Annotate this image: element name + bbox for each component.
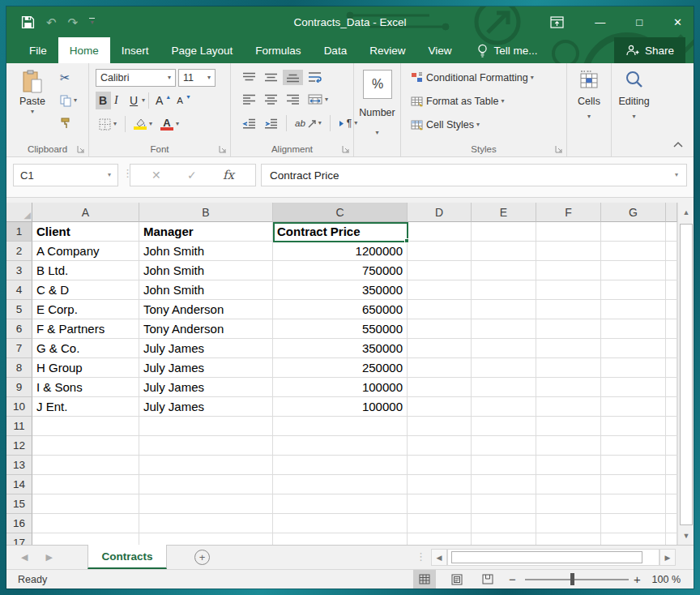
- cell[interactable]: John Smith: [139, 280, 273, 300]
- cell[interactable]: [408, 242, 472, 261]
- cell[interactable]: [666, 339, 677, 358]
- styles-item-conditional-formatting[interactable]: Conditional Formatting▾: [408, 68, 537, 88]
- cell[interactable]: [536, 358, 601, 378]
- cell[interactable]: 550000: [273, 319, 408, 339]
- cell[interactable]: [408, 339, 472, 358]
- cell[interactable]: [536, 533, 601, 545]
- cell[interactable]: [601, 339, 666, 358]
- cell[interactable]: [408, 378, 472, 397]
- cell[interactable]: [472, 514, 536, 533]
- cell[interactable]: [666, 378, 677, 397]
- italic-button[interactable]: I: [111, 92, 126, 109]
- cell[interactable]: [601, 436, 666, 456]
- format-painter-button[interactable]: [57, 115, 80, 131]
- cell[interactable]: 100000: [273, 378, 408, 397]
- cell[interactable]: [536, 222, 601, 242]
- close-button[interactable]: ✕: [673, 17, 682, 28]
- cell[interactable]: [472, 533, 536, 545]
- align-right-button[interactable]: [283, 92, 303, 107]
- scroll-down-icon[interactable]: ▼: [678, 528, 694, 544]
- cell[interactable]: [666, 358, 677, 378]
- font-size-combo[interactable]: 11 ▾: [178, 69, 216, 87]
- cell[interactable]: [601, 475, 666, 494]
- page-layout-view-button[interactable]: [446, 570, 468, 589]
- fill-color-button[interactable]: ▾: [130, 116, 156, 132]
- cell[interactable]: [536, 339, 601, 358]
- cell[interactable]: [536, 397, 601, 417]
- vertical-scrollbar[interactable]: ▲ ▼: [677, 203, 694, 545]
- clipboard-dialog-launcher-icon[interactable]: [77, 145, 85, 153]
- shrink-font-button[interactable]: A▼: [173, 93, 194, 108]
- tab-data[interactable]: Data: [313, 37, 359, 63]
- align-center-button[interactable]: [261, 92, 281, 107]
- cell[interactable]: 350000: [273, 280, 408, 300]
- cell[interactable]: [666, 475, 677, 494]
- row-header-10[interactable]: 10: [6, 397, 32, 417]
- tab-review[interactable]: Review: [358, 37, 416, 63]
- share-button[interactable]: Share: [614, 37, 685, 63]
- cell[interactable]: [536, 261, 601, 280]
- underline-dropdown-icon[interactable]: ▾: [142, 97, 145, 104]
- cell[interactable]: [472, 397, 536, 417]
- tab-bar-grip[interactable]: ⋮: [416, 550, 426, 563]
- font-dialog-launcher-icon[interactable]: [219, 145, 227, 153]
- expand-formula-bar-icon[interactable]: ▾: [675, 172, 678, 178]
- underline-button[interactable]: U: [126, 92, 142, 109]
- cell[interactable]: John Smith: [139, 242, 273, 261]
- cell[interactable]: [273, 514, 408, 533]
- cell[interactable]: A Company: [32, 242, 139, 261]
- cell[interactable]: [536, 475, 601, 494]
- cell[interactable]: [536, 300, 601, 319]
- row-header-13[interactable]: 13: [6, 456, 32, 475]
- cell[interactable]: [408, 358, 472, 378]
- cell[interactable]: [139, 456, 273, 475]
- grow-font-button[interactable]: A▲: [152, 92, 173, 109]
- cell[interactable]: C & D: [32, 280, 139, 300]
- row-header-15[interactable]: 15: [6, 494, 32, 514]
- cell[interactable]: [666, 397, 677, 417]
- cell[interactable]: J Ent.: [32, 397, 139, 417]
- collapse-ribbon-icon[interactable]: [672, 141, 684, 148]
- cell[interactable]: [601, 397, 666, 417]
- tell-me-box[interactable]: Tell me...: [477, 37, 537, 63]
- cell[interactable]: [408, 300, 472, 319]
- column-header-B[interactable]: B: [139, 203, 273, 222]
- enter-icon[interactable]: ✓: [187, 169, 197, 182]
- cell[interactable]: [536, 494, 601, 514]
- cell[interactable]: [601, 417, 666, 436]
- alignment-dialog-launcher-icon[interactable]: [342, 145, 350, 153]
- cell[interactable]: [601, 514, 666, 533]
- cancel-icon[interactable]: ✕: [152, 169, 161, 182]
- bottom-align-button[interactable]: [283, 70, 303, 85]
- increase-indent-button[interactable]: [261, 116, 281, 131]
- wrap-text-button[interactable]: [305, 69, 325, 85]
- cell[interactable]: [139, 436, 273, 456]
- tab-page-layout[interactable]: Page Layout: [160, 37, 245, 63]
- tab-view[interactable]: View: [416, 37, 463, 63]
- zoom-out-button[interactable]: −: [509, 570, 516, 589]
- cell[interactable]: [666, 222, 677, 242]
- ribbon-display-options-icon[interactable]: [550, 16, 564, 28]
- bold-button[interactable]: B: [96, 92, 111, 109]
- zoom-in-button[interactable]: +: [634, 570, 641, 589]
- maximize-button[interactable]: □: [636, 17, 642, 28]
- cell[interactable]: [273, 417, 408, 436]
- tab-home[interactable]: Home: [58, 37, 110, 63]
- sheet-tab-contracts[interactable]: Contracts: [88, 545, 167, 569]
- cell[interactable]: [408, 397, 472, 417]
- cell[interactable]: [32, 494, 139, 514]
- cell[interactable]: [536, 514, 601, 533]
- cell[interactable]: [32, 475, 139, 494]
- cell[interactable]: [408, 436, 472, 456]
- next-sheet-icon[interactable]: ▶: [45, 552, 52, 563]
- cell[interactable]: [408, 494, 472, 514]
- cell[interactable]: July James: [139, 378, 273, 397]
- cell[interactable]: [139, 514, 273, 533]
- cell[interactable]: [408, 261, 472, 280]
- page-break-view-button[interactable]: [476, 570, 499, 589]
- cell[interactable]: [472, 378, 536, 397]
- column-header-partial[interactable]: [666, 203, 677, 222]
- cell[interactable]: 1200000: [273, 242, 408, 261]
- cell[interactable]: [666, 261, 677, 280]
- row-header-1[interactable]: 1: [6, 222, 32, 242]
